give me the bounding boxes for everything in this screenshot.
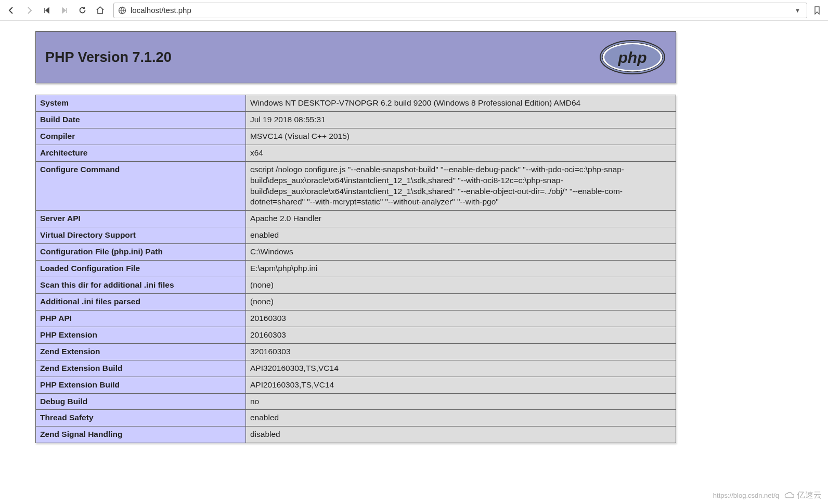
config-value: API320160303,TS,VC14 <box>246 360 676 377</box>
config-value: (none) <box>246 277 676 294</box>
config-key: Thread Safety <box>36 410 246 427</box>
config-key: Compiler <box>36 128 246 145</box>
config-value: C:\Windows <box>246 244 676 261</box>
rewind-button[interactable] <box>40 3 54 18</box>
svg-text:php: php <box>618 49 647 66</box>
reload-icon <box>78 6 87 15</box>
config-key: Configure Command <box>36 161 246 211</box>
table-row: Zend Extension BuildAPI320160303,TS,VC14 <box>36 360 676 377</box>
config-value: (none) <box>246 293 676 310</box>
bookmark-icon <box>813 6 821 15</box>
url-input[interactable] <box>131 6 788 15</box>
config-key: PHP Extension Build <box>36 377 246 393</box>
table-row: Server APIApache 2.0 Handler <box>36 211 676 227</box>
table-row: PHP Extension20160303 <box>36 327 676 343</box>
page-content[interactable]: PHP Version 7.1.20 php SystemWindows NT … <box>0 21 828 504</box>
table-row: Debug Buildno <box>36 393 676 410</box>
config-key: Zend Extension Build <box>36 360 246 377</box>
table-row: Build DateJul 19 2018 08:55:31 <box>36 111 676 128</box>
bookmark-button[interactable] <box>810 6 824 15</box>
table-row: Configure Commandcscript /nologo configu… <box>36 161 676 211</box>
config-value: Windows NT DESKTOP-V7NOPGR 6.2 build 920… <box>246 95 676 112</box>
config-key: Loaded Configuration File <box>36 261 246 277</box>
config-value: E:\apm\php\php.ini <box>246 261 676 277</box>
home-button[interactable] <box>93 3 107 18</box>
chevron-right-icon <box>25 6 33 15</box>
table-row: Scan this dir for additional .ini files(… <box>36 277 676 294</box>
config-value: enabled <box>246 227 676 244</box>
address-bar[interactable]: ▼ <box>113 3 807 18</box>
config-value: enabled <box>246 410 676 427</box>
php-version-title: PHP Version 7.1.20 <box>45 49 172 66</box>
config-value: cscript /nologo configure.js "--enable-s… <box>246 161 676 211</box>
phpinfo-container: PHP Version 7.1.20 php SystemWindows NT … <box>0 21 687 443</box>
config-value: API20160303,TS,VC14 <box>246 377 676 393</box>
home-icon <box>96 6 105 15</box>
skip-forward-icon <box>61 7 68 14</box>
table-row: SystemWindows NT DESKTOP-V7NOPGR 6.2 bui… <box>36 95 676 112</box>
table-row: Loaded Configuration FileE:\apm\php\php.… <box>36 261 676 277</box>
config-value: 320160303 <box>246 343 676 360</box>
phpinfo-table: SystemWindows NT DESKTOP-V7NOPGR 6.2 bui… <box>35 95 676 443</box>
config-key: Configuration File (php.ini) Path <box>36 244 246 261</box>
table-row: Thread Safetyenabled <box>36 410 676 427</box>
table-row: Zend Extension320160303 <box>36 343 676 360</box>
config-value: MSVC14 (Visual C++ 2015) <box>246 128 676 145</box>
config-key: PHP Extension <box>36 327 246 343</box>
config-value: x64 <box>246 145 676 161</box>
table-row: CompilerMSVC14 (Visual C++ 2015) <box>36 128 676 145</box>
chevron-left-icon <box>7 6 16 15</box>
config-value: no <box>246 393 676 410</box>
fastforward-button[interactable] <box>57 3 72 18</box>
config-value: 20160303 <box>246 310 676 327</box>
config-key: Server API <box>36 211 246 227</box>
config-key: Architecture <box>36 145 246 161</box>
config-key: Virtual Directory Support <box>36 227 246 244</box>
config-value: disabled <box>246 427 676 443</box>
table-row: PHP API20160303 <box>36 310 676 327</box>
config-value: Jul 19 2018 08:55:31 <box>246 111 676 128</box>
table-row: PHP Extension BuildAPI20160303,TS,VC14 <box>36 377 676 393</box>
globe-icon <box>118 6 126 15</box>
config-key: Zend Signal Handling <box>36 427 246 443</box>
config-value: 20160303 <box>246 327 676 343</box>
php-logo: php <box>599 40 666 75</box>
config-key: Build Date <box>36 111 246 128</box>
table-row: Configuration File (php.ini) PathC:\Wind… <box>36 244 676 261</box>
config-key: System <box>36 95 246 112</box>
table-row: Virtual Directory Supportenabled <box>36 227 676 244</box>
table-row: Additional .ini files parsed(none) <box>36 293 676 310</box>
reload-button[interactable] <box>75 3 89 18</box>
table-row: Zend Signal Handlingdisabled <box>36 427 676 443</box>
forward-button[interactable] <box>22 3 36 18</box>
browser-toolbar: ▼ <box>0 0 828 21</box>
config-value: Apache 2.0 Handler <box>246 211 676 227</box>
phpinfo-header: PHP Version 7.1.20 php <box>35 31 676 83</box>
skip-back-icon <box>43 7 50 14</box>
table-row: Architecturex64 <box>36 145 676 161</box>
url-dropdown-icon[interactable]: ▼ <box>793 7 803 14</box>
config-key: Zend Extension <box>36 343 246 360</box>
config-key: PHP API <box>36 310 246 327</box>
config-key: Debug Build <box>36 393 246 410</box>
config-key: Scan this dir for additional .ini files <box>36 277 246 294</box>
config-key: Additional .ini files parsed <box>36 293 246 310</box>
back-button[interactable] <box>4 3 19 18</box>
